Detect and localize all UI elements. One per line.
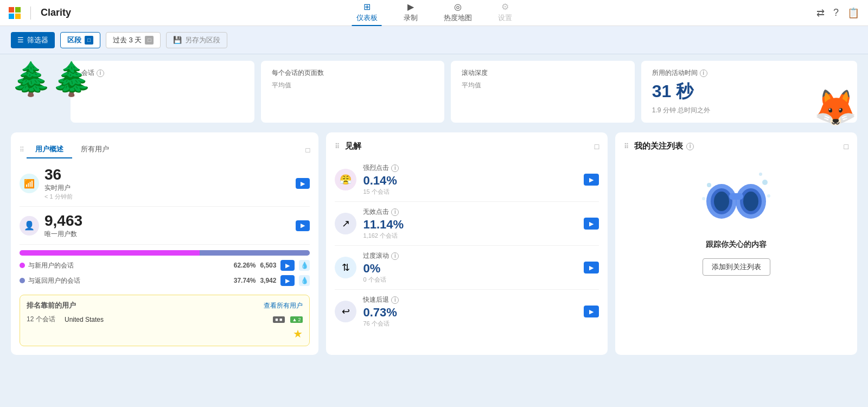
insight-dead-click: ↗ 无效点击 i 11.14% 1,162 个会话 ▶ [335, 202, 599, 246]
share-icon[interactable]: ⇄ [816, 7, 825, 19]
returning-sessions-label: 与返回用户的会话 [28, 276, 80, 285]
excessive-scroll-pct: 0% [363, 262, 577, 276]
app-title: Clarity [41, 7, 71, 18]
unique-users-count: 9,463 [44, 212, 290, 230]
insights-title: ⠿ 见解 [335, 141, 361, 151]
view-all-users-link[interactable]: 查看所有用户 [264, 301, 303, 310]
insight-rage-click: 😤 强烈点击 i 0.14% 15 个会话 ▶ [335, 158, 599, 202]
returning-sessions-stats: 37.74% 3,942 ▶ 💧 [234, 275, 310, 286]
user-card-expand-icon[interactable]: □ [306, 146, 310, 154]
rage-click-info: 强烈点击 i 0.14% 15 个会话 [363, 163, 577, 196]
activetime-info-icon[interactable]: i [700, 69, 707, 77]
insights-drag-handle[interactable]: ⠿ [335, 143, 340, 150]
watchlist-expand-icon[interactable]: □ [844, 142, 848, 151]
new-sessions-record-button[interactable]: ▶ [280, 260, 295, 271]
insights-expand-icon[interactable]: □ [595, 142, 599, 151]
brand-area: Clarity [9, 7, 71, 20]
add-to-watchlist-button[interactable]: 添加到关注列表 [703, 258, 770, 276]
watchlist-header: ⠿ 我的关注列表 i □ [624, 141, 848, 151]
activetime-label: 所用的活动时间 i [652, 68, 846, 78]
returning-sessions-drop-button[interactable]: 💧 [299, 275, 310, 286]
svg-point-5 [743, 192, 758, 211]
quick-back-sub: 76 个会话 [363, 320, 577, 328]
realtime-record-button[interactable]: ▶ [296, 178, 310, 189]
top-users-header: 排名靠前的用户 查看所有用户 [27, 301, 303, 310]
quick-back-icon: ↩ [335, 301, 356, 322]
nav-center-items: ⊞ 仪表板 ▶ 录制 ◎ 热度地图 ⚙ 设置 [352, 0, 516, 26]
sessions-progress-bar [20, 250, 310, 256]
save-segment-button[interactable]: 💾 另存为区段 [166, 32, 227, 48]
stat-card-activetime: 所用的活动时间 i 31 秒 1.9 分钟 总时间之外 🦊 [641, 61, 857, 123]
stats-strip: 🌲🌲 会话 i 每个会话的页面数 平均值 滚动深度 平均值 所用的活动时间 i … [0, 54, 868, 127]
realtime-label: 实时用户 [44, 183, 290, 193]
quick-back-pct: 0.73% [363, 306, 577, 320]
watchlist-card: ⠿ 我的关注列表 i □ [615, 132, 857, 355]
nav-item-settings[interactable]: ⚙ 设置 [494, 0, 516, 26]
realtime-metric: 📶 36 实时用户 < 1 分钟前 ▶ [20, 161, 310, 207]
returning-sessions-legend: 与返回用户的会话 37.74% 3,942 ▶ 💧 [20, 273, 310, 288]
watchlist-info-icon[interactable]: i [686, 143, 694, 150]
watchlist-drag-handle[interactable]: ⠿ [624, 143, 629, 150]
save-icon: 💾 [173, 36, 182, 44]
activetime-sub: 1.9 分钟 总时间之外 [652, 106, 846, 115]
dead-click-info-icon[interactable]: i [391, 208, 399, 216]
filter-button[interactable]: ☰ 筛选器 [11, 32, 55, 48]
top-user-row: 12 个会话 United States ■ ■ ▲2 [27, 315, 303, 324]
watchlist-description: 跟踪你关心的内容 [706, 240, 767, 250]
returning-users-progress [200, 250, 310, 256]
pages-avg: 平均值 [272, 81, 434, 90]
segment-button[interactable]: 区段 □ [60, 32, 100, 48]
quick-back-info-icon[interactable]: i [391, 296, 399, 304]
svg-point-9 [762, 180, 768, 185]
realtime-sublabel: < 1 分钟前 [44, 193, 290, 201]
new-users-progress [20, 250, 200, 256]
new-sessions-legend: 与新用户的会话 62.26% 6,503 ▶ 💧 [20, 258, 310, 273]
excessive-scroll-play-button[interactable]: ▶ [584, 262, 599, 274]
returning-sessions-record-button[interactable]: ▶ [280, 275, 295, 286]
user-overview-card: ⠿ 用户概述 所有用户 □ 📶 36 实时用户 < 1 分钟前 ▶ 👤 9,46… [11, 132, 318, 355]
sessions-info-icon[interactable]: i [97, 69, 104, 77]
quick-back-title: 快速后退 i [363, 295, 577, 304]
unique-users-record-button[interactable]: ▶ [296, 220, 310, 231]
svg-point-11 [759, 173, 762, 176]
realtime-count: 36 [44, 166, 290, 183]
excessive-scroll-info-icon[interactable]: i [391, 252, 399, 260]
unique-users-actions: ▶ [296, 220, 310, 231]
nav-item-heatmap[interactable]: ◎ 热度地图 [439, 0, 476, 26]
main-content: ⠿ 用户概述 所有用户 □ 📶 36 实时用户 < 1 分钟前 ▶ 👤 9,46… [0, 127, 868, 364]
nav-item-record[interactable]: ▶ 录制 [399, 0, 422, 26]
top-users-title: 排名靠前的用户 [27, 301, 76, 310]
svg-point-7 [707, 183, 711, 187]
dead-click-play-button[interactable]: ▶ [584, 218, 599, 230]
segment-badge: □ [85, 36, 93, 44]
dashboard-icon: ⊞ [363, 2, 371, 12]
new-sessions-drop-button[interactable]: 💧 [299, 260, 310, 271]
dead-click-pct: 11.14% [363, 218, 577, 232]
rage-click-info-icon[interactable]: i [391, 164, 399, 172]
top-users-section: 排名靠前的用户 查看所有用户 12 个会话 United States ■ ■ … [20, 295, 310, 346]
insights-card: ⠿ 见解 □ 😤 强烈点击 i 0.14% 15 个会话 ▶ ↗ 无 [326, 132, 608, 355]
rage-click-pct: 0.14% [363, 174, 577, 188]
top-navigation: Clarity ⊞ 仪表板 ▶ 录制 ◎ 热度地图 ⚙ 设置 ⇄ ? 📋 [0, 0, 868, 26]
days-filter-button[interactable]: 过去 3 天 □ [106, 32, 161, 48]
toolbar: ☰ 筛选器 区段 □ 过去 3 天 □ 💾 另存为区段 [0, 26, 868, 54]
returning-sessions-pct: 37.74% [234, 277, 256, 284]
rage-click-play-button[interactable]: ▶ [584, 174, 599, 186]
dead-click-icon: ↗ [335, 213, 356, 234]
quick-back-play-button[interactable]: ▶ [584, 306, 599, 317]
settings-icon: ⚙ [501, 2, 509, 12]
nav-item-dashboard[interactable]: ⊞ 仪表板 [352, 0, 382, 26]
user-card-drag-handle[interactable]: ⠿ [20, 146, 24, 154]
tab-all-users[interactable]: 所有用户 [72, 141, 118, 158]
clipboard-icon[interactable]: 📋 [847, 7, 859, 19]
tab-user-overview[interactable]: 用户概述 [27, 141, 72, 158]
insight-excessive-scroll: ⇅ 过度滚动 i 0% 0 个会话 ▶ [335, 246, 599, 290]
nav-item-heatmap-label: 热度地图 [444, 13, 472, 23]
dead-click-sub: 1,162 个会话 [363, 232, 577, 240]
days-badge: □ [145, 36, 154, 44]
record-icon: ▶ [407, 2, 414, 12]
help-icon[interactable]: ? [833, 7, 839, 18]
stat-card-sessions: 会话 i [71, 61, 254, 123]
segment-label: 区段 [67, 35, 81, 45]
returning-sessions-count: 3,942 [260, 277, 276, 284]
